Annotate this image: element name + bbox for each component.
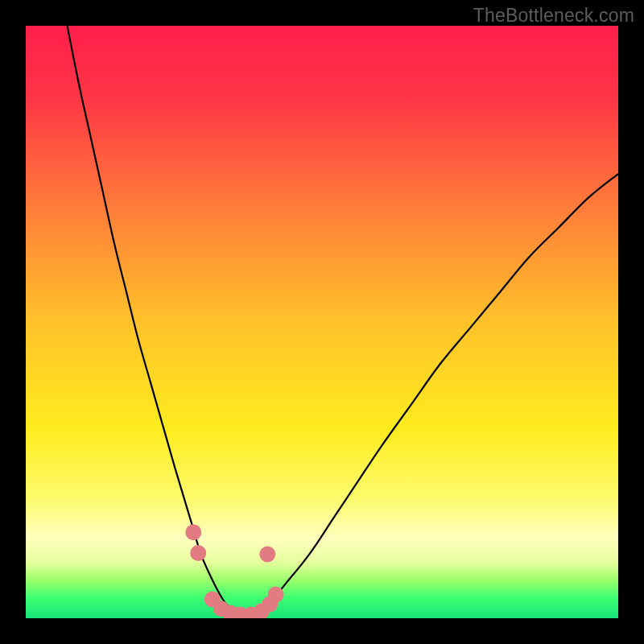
highlight-point: [185, 524, 201, 540]
chart-frame: TheBottleneck.com: [0, 0, 644, 644]
plot-area: [26, 26, 618, 618]
highlight-point: [190, 545, 206, 561]
highlight-point: [268, 587, 284, 603]
highlight-point: [259, 547, 275, 563]
watermark-text: TheBottleneck.com: [473, 5, 634, 27]
gradient-background: [26, 26, 618, 618]
bottleneck-chart: [26, 26, 618, 618]
